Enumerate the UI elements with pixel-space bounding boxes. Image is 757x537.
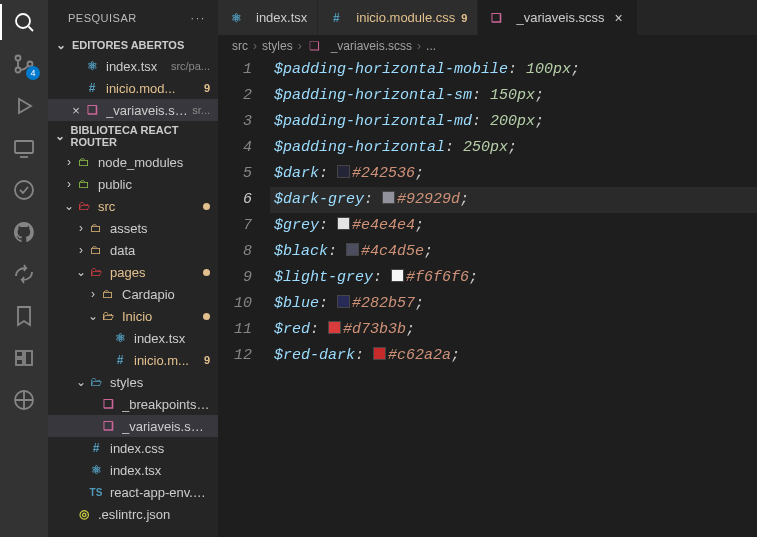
chevron-right-icon: › (253, 39, 257, 53)
file-meta: sr... (192, 104, 210, 116)
tab-bar: ⚛index.tsx#inicio.module.css9❏_variaveis… (218, 0, 757, 35)
remote-icon[interactable] (12, 136, 36, 160)
code-line[interactable]: $red: #d73b3b; (270, 317, 757, 343)
code-content[interactable]: $padding-horizontal-mobile: 100px;$paddi… (270, 57, 757, 537)
folder-item[interactable]: ›🗀assets (48, 217, 218, 239)
color-swatch (337, 217, 350, 230)
folder-item[interactable]: ›🗀data (48, 239, 218, 261)
chevron-right-icon: › (74, 221, 88, 235)
code-line[interactable]: $black: #4c4d5e; (270, 239, 757, 265)
tree-label: index.tsx (134, 331, 210, 346)
folder-icon: 🗁 (88, 264, 104, 280)
breadcrumb-part[interactable]: styles (262, 39, 293, 53)
chevron-down-icon: ⌄ (54, 129, 67, 143)
code-line[interactable]: $dark: #242536; (270, 161, 757, 187)
editor-tab[interactable]: ❏_variaveis.scss× (478, 0, 637, 35)
chevron-down-icon: ⌄ (62, 199, 76, 213)
folder-item[interactable]: ›🗀node_modules (48, 151, 218, 173)
color-swatch (328, 321, 341, 334)
tab-label: _variaveis.scss (516, 10, 604, 25)
scss-icon: ❏ (100, 396, 116, 412)
tree-label: inicio.m... (134, 353, 204, 368)
folder-item[interactable]: ⌄🗁Inicio (48, 305, 218, 327)
tree-label: .eslintrc.json (98, 507, 210, 522)
project-header[interactable]: ⌄ BIBLIOTECA REACT ROUTER (48, 121, 218, 151)
tree-label: _breakpoints.s... (122, 397, 210, 412)
folder-item[interactable]: ›🗀Cardapio (48, 283, 218, 305)
open-editor-item[interactable]: ⚛index.tsxsrc/pa... (48, 55, 218, 77)
editor-tab[interactable]: #inicio.module.css9 (318, 0, 478, 35)
open-editors-list: ⚛index.tsxsrc/pa...#inicio.mod...9×❏_var… (48, 55, 218, 121)
docker-icon[interactable] (12, 388, 36, 412)
file-item[interactable]: TSreact-app-env.d... (48, 481, 218, 503)
css-icon: # (84, 80, 100, 96)
code-line[interactable]: $padding-horizontal-mobile: 100px; (270, 57, 757, 83)
svg-point-0 (16, 14, 30, 28)
folder-item[interactable]: ›🗀public (48, 173, 218, 195)
source-control-icon[interactable]: 4 (12, 52, 36, 76)
chevron-right-icon: › (62, 177, 76, 191)
modified-dot-icon (203, 203, 210, 210)
react-icon: ⚛ (112, 330, 128, 346)
svg-line-1 (29, 27, 34, 32)
folder-item[interactable]: ⌄🗁styles (48, 371, 218, 393)
tree-label: styles (110, 375, 210, 390)
chevron-right-icon: › (417, 39, 421, 53)
project-icon[interactable] (12, 346, 36, 370)
line-gutter: 123456789101112 (218, 57, 270, 537)
search-icon[interactable] (12, 10, 36, 34)
code-editor[interactable]: 123456789101112 $padding-horizontal-mobi… (218, 57, 757, 537)
code-line[interactable]: $dark-grey: #92929d; (270, 187, 757, 213)
breadcrumb-part[interactable]: _variaveis.scss (331, 39, 412, 53)
tree-label: _variaveis.scss (122, 419, 210, 434)
file-item[interactable]: ⚛index.tsx (48, 327, 218, 349)
file-item[interactable]: ❏_variaveis.scss (48, 415, 218, 437)
debug-icon[interactable] (12, 94, 36, 118)
chevron-down-icon: ⌄ (74, 375, 88, 389)
folder-item[interactable]: ⌄🗁pages (48, 261, 218, 283)
code-line[interactable]: $padding-horizontal: 250px; (270, 135, 757, 161)
file-meta: src/pa... (171, 60, 210, 72)
breadcrumb[interactable]: src › styles › ❏ _variaveis.scss › ... (218, 35, 757, 57)
folder-item[interactable]: ⌄🗁src (48, 195, 218, 217)
svg-rect-10 (16, 359, 23, 365)
editor-tab[interactable]: ⚛index.tsx (218, 0, 318, 35)
breadcrumb-part[interactable]: src (232, 39, 248, 53)
tree-label: Cardapio (122, 287, 210, 302)
bookmark-icon[interactable] (12, 304, 36, 328)
file-item[interactable]: ⚛index.tsx (48, 459, 218, 481)
chevron-down-icon: ⌄ (54, 38, 68, 52)
file-item[interactable]: ❏_breakpoints.s... (48, 393, 218, 415)
code-line[interactable]: $grey: #e4e4e4; (270, 213, 757, 239)
code-line[interactable]: $light-grey: #f6f6f6; (270, 265, 757, 291)
modified-dot-icon (203, 269, 210, 276)
code-line[interactable]: $padding-horizontal-sm: 150px; (270, 83, 757, 109)
file-item[interactable]: #inicio.m...9 (48, 349, 218, 371)
close-icon[interactable]: × (68, 103, 84, 118)
file-label: _variaveis.scss (106, 103, 188, 118)
close-icon[interactable]: × (611, 10, 627, 26)
testing-icon[interactable] (12, 178, 36, 202)
css-icon: # (112, 352, 128, 368)
open-editor-item[interactable]: ×❏_variaveis.scsssr... (48, 99, 218, 121)
problem-count: 9 (461, 12, 467, 24)
color-swatch (382, 191, 395, 204)
chevron-right-icon: › (86, 287, 100, 301)
code-line[interactable]: $red-dark: #c62a2a; (270, 343, 757, 369)
project-label: BIBLIOTECA REACT ROUTER (71, 124, 212, 148)
file-item[interactable]: ◎.eslintrc.json (48, 503, 218, 525)
more-icon[interactable]: ··· (191, 12, 206, 24)
code-line[interactable]: $blue: #282b57; (270, 291, 757, 317)
svg-marker-5 (19, 99, 31, 113)
react-icon: ⚛ (228, 10, 244, 26)
activity-bar: 4 (0, 0, 48, 537)
open-editors-header[interactable]: ⌄ EDITORES ABERTOS (48, 35, 218, 55)
tree-label: Inicio (122, 309, 203, 324)
code-line[interactable]: $padding-horizontal-md: 200px; (270, 109, 757, 135)
share-icon[interactable] (12, 262, 36, 286)
svg-rect-9 (16, 351, 23, 357)
file-item[interactable]: #index.css (48, 437, 218, 459)
folder-icon: 🗁 (88, 374, 104, 390)
open-editor-item[interactable]: #inicio.mod...9 (48, 77, 218, 99)
github-icon[interactable] (12, 220, 36, 244)
